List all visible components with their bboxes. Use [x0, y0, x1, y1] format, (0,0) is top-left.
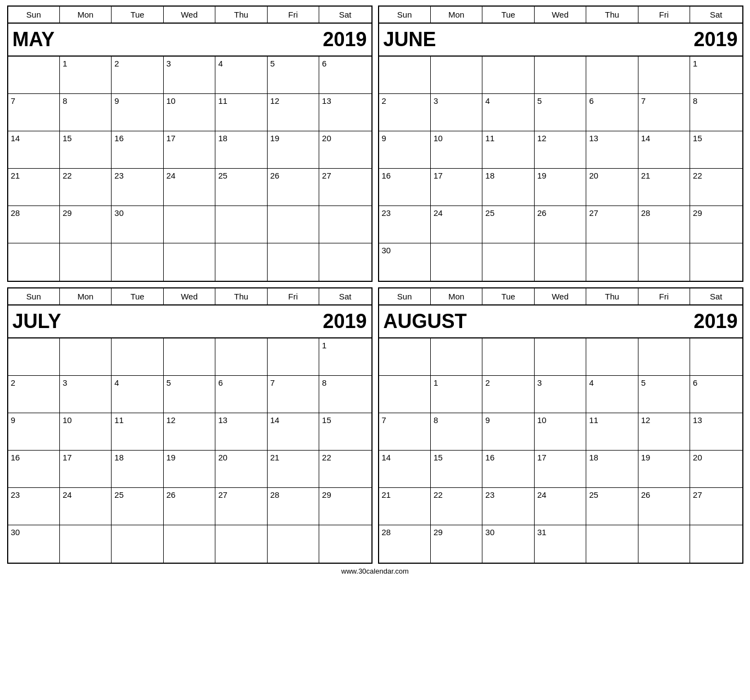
calendar-cell: 21	[8, 169, 60, 206]
calendar-cell	[268, 243, 319, 281]
calendar-cell: 25	[215, 169, 267, 206]
day-header-mon: Mon	[60, 7, 112, 23]
calendar-cell: 26	[164, 488, 215, 525]
calendar-cell: 16	[482, 451, 534, 488]
calendar-cell: 27	[690, 488, 742, 525]
calendar-cell: 18	[586, 451, 638, 488]
month-name: JULY	[13, 310, 62, 333]
calendar-cell: 22	[60, 169, 112, 206]
calendar-cell: 20	[319, 131, 371, 169]
calendar-cell: 9	[482, 413, 534, 451]
calendar-cell: 26	[268, 169, 319, 206]
calendar-cell: 22	[319, 451, 371, 488]
calendar-cell: 13	[586, 131, 638, 169]
day-header-fri: Fri	[638, 288, 690, 304]
calendar-cell: 10	[164, 94, 215, 131]
calendar-cell: 15	[431, 451, 482, 488]
calendar-cell: 27	[319, 169, 371, 206]
calendar-cell	[690, 525, 742, 563]
calendar-august-2019: SunMonTueWedThuFriSatAUGUST2019123456789…	[378, 287, 743, 564]
calendar-cell	[8, 57, 60, 94]
calendar-cell: 26	[638, 488, 690, 525]
calendar-cell	[638, 525, 690, 563]
month-name: JUNE	[384, 28, 436, 51]
calendar-cell	[586, 57, 638, 94]
calendar-cell: 8	[319, 376, 371, 413]
calendar-cell: 20	[690, 451, 742, 488]
calendar-cell	[215, 243, 267, 281]
calendar-cell: 29	[60, 206, 112, 243]
calendar-cell: 1	[690, 57, 742, 94]
calendar-cell	[379, 57, 431, 94]
calendar-cell: 15	[319, 413, 371, 451]
month-year: 2019	[323, 28, 366, 51]
calendar-cell: 6	[319, 57, 371, 94]
month-name: MAY	[13, 28, 55, 51]
calendar-cell: 17	[60, 451, 112, 488]
calendar-cell: 4	[586, 376, 638, 413]
calendar-cell: 22	[431, 488, 482, 525]
calendar-cell: 6	[586, 94, 638, 131]
calendar-cell: 1	[60, 57, 112, 94]
day-headers: SunMonTueWedThuFriSat	[379, 7, 742, 24]
calendar-cell: 18	[482, 169, 534, 206]
calendar-cell: 30	[482, 525, 534, 563]
calendar-cell: 12	[638, 413, 690, 451]
calendar-cell: 10	[535, 413, 586, 451]
calendar-cell: 15	[690, 131, 742, 169]
calendar-cell	[268, 525, 319, 563]
calendar-cell: 21	[638, 169, 690, 206]
calendar-cell: 22	[690, 169, 742, 206]
day-header-tue: Tue	[112, 7, 163, 23]
calendar-cell	[112, 525, 163, 563]
month-year: 2019	[693, 310, 737, 333]
calendar-cell	[638, 338, 690, 376]
calendar-cell	[164, 206, 215, 243]
calendar-cell: 19	[535, 169, 586, 206]
calendar-cell: 16	[379, 169, 431, 206]
calendar-cell: 8	[431, 413, 482, 451]
calendar-cell	[379, 376, 431, 413]
calendar-cell: 29	[319, 488, 371, 525]
day-header-wed: Wed	[164, 7, 215, 23]
calendar-cell: 11	[482, 131, 534, 169]
day-header-sat: Sat	[319, 7, 371, 23]
day-header-sun: Sun	[379, 288, 431, 304]
calendar-cell: 4	[112, 376, 163, 413]
calendar-cell: 9	[379, 131, 431, 169]
month-name: AUGUST	[384, 310, 467, 333]
calendar-cell	[112, 243, 163, 281]
calendar-grid: 1234567891011121314151617181920212223242…	[8, 338, 371, 563]
calendar-cell: 4	[482, 94, 534, 131]
month-title-row: MAY2019	[8, 24, 371, 57]
day-header-fri: Fri	[268, 7, 319, 23]
calendar-cell: 18	[112, 451, 163, 488]
calendar-cell: 2	[379, 94, 431, 131]
calendar-cell: 13	[319, 94, 371, 131]
calendar-cell: 15	[60, 131, 112, 169]
day-header-thu: Thu	[215, 7, 267, 23]
calendar-cell: 2	[482, 376, 534, 413]
calendar-cell: 14	[8, 131, 60, 169]
calendar-cell: 7	[268, 376, 319, 413]
calendar-cell: 21	[268, 451, 319, 488]
calendar-cell: 23	[482, 488, 534, 525]
calendar-cell: 23	[8, 488, 60, 525]
day-headers: SunMonTueWedThuFriSat	[8, 288, 371, 305]
calendar-cell: 5	[535, 94, 586, 131]
calendar-cell	[60, 338, 112, 376]
calendar-june-2019: SunMonTueWedThuFriSatJUNE201912345678910…	[378, 5, 743, 282]
calendar-cell	[586, 525, 638, 563]
calendar-cell: 14	[638, 131, 690, 169]
day-header-mon: Mon	[431, 288, 482, 304]
calendar-cell: 28	[8, 206, 60, 243]
calendar-july-2019: SunMonTueWedThuFriSatJULY201912345678910…	[7, 287, 373, 564]
day-header-wed: Wed	[535, 7, 586, 23]
calendar-cell	[164, 338, 215, 376]
calendar-cell: 30	[379, 243, 431, 281]
calendar-cell	[638, 243, 690, 281]
month-title-row: AUGUST2019	[379, 305, 742, 338]
calendar-cell: 10	[60, 413, 112, 451]
calendar-cell: 16	[112, 131, 163, 169]
calendar-cell: 6	[690, 376, 742, 413]
